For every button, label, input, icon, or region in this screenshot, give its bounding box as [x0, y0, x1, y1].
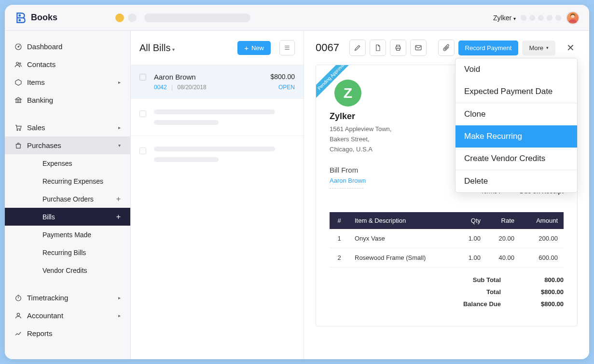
close-button[interactable]: ✕: [563, 42, 578, 54]
svg-point-8: [19, 129, 20, 130]
tag-icon: [14, 79, 22, 86]
menu-icon: [284, 44, 290, 51]
nav-vendor-credits[interactable]: Vendor Credits: [5, 261, 130, 279]
mail-icon: [414, 44, 422, 52]
list-item-date: 08/20/2018: [178, 84, 207, 91]
bills-list: All Bills▾ +New Aaron Brown $800.00 0042…: [130, 31, 304, 359]
svg-point-6: [19, 63, 21, 64]
checkbox[interactable]: [139, 74, 146, 81]
list-item-placeholder: [131, 98, 304, 135]
list-menu-button[interactable]: [279, 40, 295, 55]
svg-point-1: [19, 19, 21, 21]
dropdown-make-recurring[interactable]: Make Recurring: [456, 125, 577, 148]
user-avatar[interactable]: [566, 11, 580, 25]
table-row: 1 Onyx Vase 1.00 20.00 200.00: [330, 229, 564, 248]
app-logo: Books: [14, 12, 57, 24]
users-icon: [14, 61, 22, 68]
list-item-amount: $800.00: [270, 73, 295, 81]
pdf-button[interactable]: [370, 40, 386, 56]
plus-icon[interactable]: +: [116, 213, 121, 221]
nav-contacts[interactable]: Contacts: [5, 55, 130, 73]
attach-button[interactable]: [438, 40, 455, 56]
app-name: Books: [31, 13, 57, 23]
dropdown-clone[interactable]: Clone: [456, 103, 577, 125]
header-nav-dots: [521, 15, 561, 21]
nav-dashboard[interactable]: Dashboard: [5, 38, 130, 55]
cart-icon: [14, 124, 22, 132]
checkbox[interactable]: [139, 110, 146, 117]
plus-icon: +: [244, 44, 249, 52]
list-item[interactable]: Aaron Brown $800.00 0042 | 08/20/2018 OP…: [131, 65, 304, 98]
bank-icon: [14, 96, 22, 104]
bill-detail: 0067 Record Payment More▾ ✕ Void Expecte…: [304, 31, 589, 359]
print-icon: [394, 44, 402, 52]
user-icon: [14, 312, 22, 320]
record-payment-button[interactable]: Record Payment: [458, 40, 519, 55]
nav-expenses[interactable]: Expenses: [5, 154, 130, 172]
nav-purchase-orders[interactable]: Purchase Orders+: [5, 190, 130, 208]
chevron-right-icon: ▸: [118, 80, 121, 85]
line-items-table: # Item & Description Qty Rate Amount 1 O…: [330, 212, 564, 268]
bill-from-label: Bill From: [330, 166, 366, 174]
books-logo-icon: [14, 12, 27, 24]
chevron-right-icon: ▸: [118, 125, 121, 130]
nav-recurring-expenses[interactable]: Recurring Expenses: [5, 172, 130, 190]
vendor-logo: Z: [334, 80, 361, 107]
gauge-icon: [14, 43, 22, 51]
file-icon: [374, 44, 382, 52]
dropdown-expected-payment[interactable]: Expected Payment Date: [456, 81, 577, 103]
svg-point-7: [17, 129, 18, 130]
table-row: 2 Rosewood Frame (Small) 1.00 40.00 600.…: [330, 248, 564, 268]
nav-payments-made[interactable]: Payments Made: [5, 226, 130, 243]
nav-items[interactable]: Items ▸: [5, 73, 130, 91]
nav-bills[interactable]: Bills+: [5, 208, 130, 226]
nav-purchases[interactable]: Purchases ▾: [5, 136, 130, 154]
timer-icon: [14, 294, 22, 302]
nav-reports[interactable]: Reports: [5, 324, 130, 342]
sidebar: Dashboard Contacts Items ▸ Banking Sales…: [5, 31, 130, 359]
list-item-status: OPEN: [278, 84, 295, 91]
pencil-icon: [354, 44, 361, 52]
chevron-right-icon: ▸: [118, 295, 121, 300]
svg-point-0: [19, 14, 21, 16]
nav-timetracking[interactable]: Timetracking ▸: [5, 289, 130, 307]
nav-banking[interactable]: Banking: [5, 91, 130, 109]
list-item-placeholder: [131, 135, 304, 173]
chart-icon: [14, 330, 22, 337]
paperclip-icon: [442, 44, 450, 52]
dropdown-vendor-credits[interactable]: Create Vendor Credits: [456, 148, 577, 170]
dropdown-void[interactable]: Void: [456, 58, 577, 81]
email-button[interactable]: [410, 40, 427, 56]
new-button[interactable]: +New: [237, 41, 271, 55]
yellow-dot: [115, 13, 124, 22]
list-item-number: 0042: [154, 84, 167, 91]
svg-point-4: [18, 46, 19, 47]
checkbox[interactable]: [139, 148, 146, 154]
nav-sales[interactable]: Sales ▸: [5, 119, 130, 136]
bill-totals: Sub Total800.00 Total$800.00 Balance Due…: [330, 276, 564, 308]
org-switcher[interactable]: Zylker ▾: [493, 14, 516, 22]
header-placeholder: [115, 13, 250, 22]
list-item-name: Aaron Brown: [154, 73, 196, 81]
bill-from-vendor[interactable]: Aaron Brown: [330, 177, 366, 184]
edit-button[interactable]: [349, 40, 366, 56]
chevron-right-icon: ▸: [118, 313, 121, 318]
more-button[interactable]: More▾: [522, 40, 555, 55]
svg-point-5: [16, 62, 19, 65]
dropdown-delete[interactable]: Delete: [456, 170, 577, 192]
nav-accountant[interactable]: Accountant ▸: [5, 307, 130, 324]
bag-icon: [14, 142, 22, 149]
svg-point-10: [17, 313, 19, 315]
plus-icon[interactable]: +: [116, 195, 121, 203]
bill-number: 0067: [316, 41, 339, 54]
grey-dot: [128, 13, 137, 22]
grey-pill: [144, 13, 250, 22]
chevron-down-icon: ▾: [118, 143, 121, 148]
list-title[interactable]: All Bills▾: [139, 42, 175, 54]
more-dropdown: Void Expected Payment Date Clone Make Re…: [455, 58, 578, 193]
print-button[interactable]: [390, 40, 406, 56]
app-header: Books Zylker ▾: [5, 5, 589, 31]
nav-recurring-bills[interactable]: Recurring Bills: [5, 243, 130, 261]
